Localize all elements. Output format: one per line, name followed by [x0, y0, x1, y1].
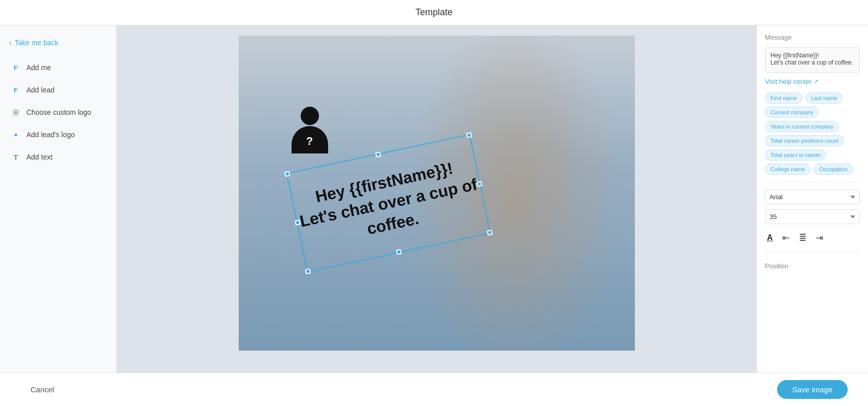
chevron-left-icon: ‹ [9, 39, 12, 47]
sidebar: ‹ Take me back F Add me F Add lead ⊞ Cho… [0, 25, 117, 372]
visit-help-label: Visit help center [765, 78, 812, 85]
sidebar-item-custom-logo-label: Choose custom logo [26, 108, 91, 116]
canvas-image[interactable]: ? Hey {{firstName}}!Let's chat over a cu… [239, 36, 635, 351]
handle-top-mid[interactable] [375, 151, 381, 158]
sidebar-item-add-text-label: Add text [26, 153, 52, 161]
right-panel: Message Hey {{firstName}}!Let's chat ove… [756, 25, 868, 372]
save-image-button[interactable]: Save image [777, 380, 848, 399]
tag-college-name[interactable]: College name [765, 164, 811, 175]
position-label: Position [765, 262, 860, 270]
align-left-button[interactable]: ⇤ [780, 231, 792, 244]
sidebar-item-lead-logo[interactable]: ● Add lead's logo [5, 125, 111, 144]
add-me-icon: F [10, 62, 21, 73]
tag-occupation[interactable]: Occupation [814, 164, 853, 175]
divider-1 [765, 182, 860, 182]
back-button-label: Take me back [15, 39, 58, 47]
message-label: Message [765, 34, 860, 41]
tag-current-company[interactable]: Current company [765, 107, 819, 118]
handle-bottom-mid[interactable] [396, 249, 402, 255]
visit-help-link[interactable]: Visit help center ↗ [765, 78, 860, 85]
sidebar-item-add-me[interactable]: F Add me [5, 58, 111, 77]
avatar-question-mark: ? [306, 135, 313, 148]
back-button[interactable]: ‹ Take me back [5, 36, 111, 50]
add-lead-icon: F [10, 84, 21, 96]
tags-section: First name Last name Current company Yea… [765, 92, 860, 175]
underline-button[interactable]: A [765, 232, 775, 243]
top-bar: Template [0, 0, 868, 25]
divider-2 [765, 252, 860, 252]
avatar-head [301, 107, 319, 125]
handle-top-right[interactable] [466, 132, 472, 138]
sidebar-item-custom-logo[interactable]: ⊞ Choose custom logo [5, 103, 111, 122]
lead-logo-icon: ● [10, 129, 21, 140]
font-select[interactable]: Arial Times New Roman Helvetica Georgia … [765, 190, 860, 204]
add-text-icon: T [10, 151, 21, 163]
message-text: Hey {{firstName}}!Let's chat over a cup … [770, 52, 853, 66]
align-right-button[interactable]: ⇥ [814, 231, 825, 244]
canvas-avatar: ? [287, 107, 333, 158]
main-layout: ‹ Take me back F Add me F Add lead ⊞ Cho… [0, 25, 868, 372]
sidebar-item-add-text[interactable]: T Add text [5, 147, 111, 167]
align-row: A ⇤ ≣ ⇥ [765, 231, 860, 244]
tag-years-current-company[interactable]: Years in current company [765, 121, 839, 132]
sidebar-item-add-lead[interactable]: F Add lead [5, 80, 111, 100]
sidebar-item-lead-logo-label: Add lead's logo [26, 131, 75, 139]
custom-logo-icon: ⊞ [10, 107, 21, 118]
sidebar-item-add-me-label: Add me [26, 64, 51, 72]
canvas-text: Hey {{firstName}}!Let's chat over a cup … [293, 153, 483, 253]
tag-total-years-career[interactable]: Total years in career [765, 149, 826, 161]
cancel-button[interactable]: Cancel [20, 381, 65, 398]
external-link-icon: ↗ [814, 78, 818, 85]
message-box: Hey {{firstName}}!Let's chat over a cup … [765, 47, 860, 73]
bottom-bar: Cancel Save image [0, 372, 868, 406]
handle-top-left[interactable] [284, 171, 290, 177]
sidebar-item-add-lead-label: Add lead [26, 86, 54, 94]
handle-bottom-right[interactable] [487, 230, 493, 236]
tag-total-career-positions[interactable]: Total career positions count [765, 135, 844, 146]
size-select[interactable]: 10 12 14 16 18 20 24 28 32 35 40 [765, 209, 860, 224]
align-center-button[interactable]: ≣ [797, 231, 809, 244]
avatar-body: ? [292, 126, 328, 153]
tag-last-name[interactable]: Last name [806, 92, 843, 104]
page-title: Template [415, 7, 453, 17]
handle-bottom-left[interactable] [305, 268, 311, 274]
tag-first-name[interactable]: First name [765, 92, 802, 104]
canvas-area[interactable]: ? Hey {{firstName}}!Let's chat over a cu… [117, 25, 756, 372]
